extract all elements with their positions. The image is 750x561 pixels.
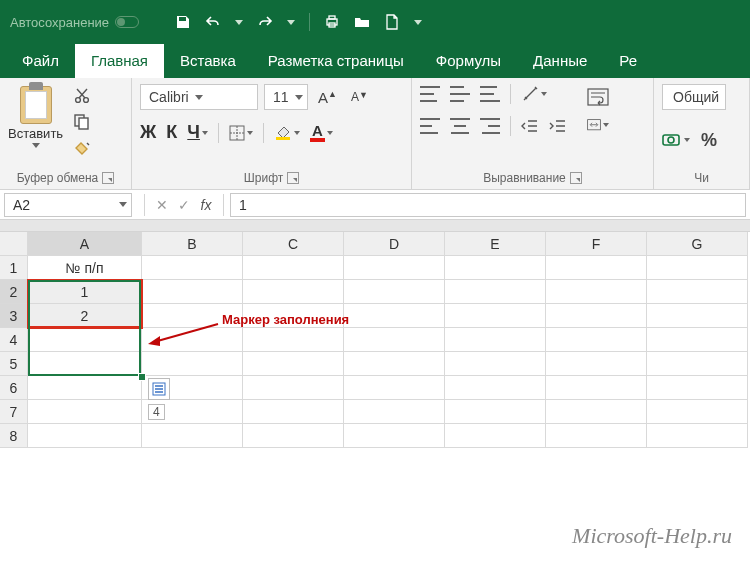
cell[interactable]: [546, 304, 647, 328]
formula-input[interactable]: 1: [230, 193, 746, 217]
insert-function-button[interactable]: fx: [195, 197, 217, 213]
font-size-combo[interactable]: 11: [264, 84, 308, 110]
cell[interactable]: [28, 328, 142, 352]
cell[interactable]: [28, 376, 142, 400]
row-header-8[interactable]: 8: [0, 424, 28, 448]
tab-insert[interactable]: Вставка: [164, 44, 252, 78]
cell[interactable]: [142, 280, 243, 304]
cell[interactable]: [344, 280, 445, 304]
cell[interactable]: [344, 304, 445, 328]
cell[interactable]: [243, 256, 344, 280]
cell[interactable]: [546, 256, 647, 280]
cell[interactable]: [546, 376, 647, 400]
cell[interactable]: [445, 328, 546, 352]
cancel-formula-button[interactable]: ✕: [151, 197, 173, 213]
fill-handle[interactable]: [138, 373, 146, 381]
percent-button[interactable]: %: [698, 130, 720, 150]
select-all-corner[interactable]: [0, 232, 28, 256]
borders-button[interactable]: [229, 125, 253, 141]
autosave-toggle[interactable]: Автосохранение: [10, 15, 139, 30]
quick-print-icon[interactable]: [324, 14, 340, 30]
redo-dropdown-icon[interactable]: [287, 20, 295, 25]
tab-file[interactable]: Файл: [6, 44, 75, 78]
cell[interactable]: [28, 400, 142, 424]
alignment-launcher-icon[interactable]: [570, 172, 582, 184]
col-header-f[interactable]: F: [546, 232, 647, 256]
align-left-button[interactable]: [420, 118, 440, 134]
cell-a1[interactable]: № п/п: [28, 256, 142, 280]
spreadsheet-grid[interactable]: A B C D E F G 1 № п/п 2 1 3 2 4 5 6 7 8: [0, 232, 750, 448]
col-header-e[interactable]: E: [445, 232, 546, 256]
new-icon[interactable]: [384, 14, 400, 30]
col-header-b[interactable]: B: [142, 232, 243, 256]
number-format-combo[interactable]: Общий: [662, 84, 726, 110]
redo-icon[interactable]: [257, 14, 273, 30]
cell[interactable]: [445, 400, 546, 424]
cell[interactable]: [647, 352, 748, 376]
col-header-c[interactable]: C: [243, 232, 344, 256]
undo-icon[interactable]: [205, 14, 221, 30]
cell[interactable]: [647, 328, 748, 352]
qat-customize-icon[interactable]: [414, 20, 422, 25]
copy-button[interactable]: [71, 112, 93, 132]
wrap-text-button[interactable]: [587, 88, 609, 106]
cell[interactable]: [647, 424, 748, 448]
cell[interactable]: [647, 256, 748, 280]
open-icon[interactable]: [354, 14, 370, 30]
accounting-format-button[interactable]: [662, 130, 690, 150]
cell[interactable]: [445, 280, 546, 304]
bold-button[interactable]: Ж: [140, 122, 156, 143]
cell[interactable]: [647, 304, 748, 328]
tab-formulas[interactable]: Формулы: [420, 44, 517, 78]
orientation-button[interactable]: [521, 85, 547, 103]
row-header-7[interactable]: 7: [0, 400, 28, 424]
cell[interactable]: [344, 256, 445, 280]
name-box[interactable]: A2: [4, 193, 132, 217]
cell[interactable]: [445, 256, 546, 280]
tab-page-layout[interactable]: Разметка страницы: [252, 44, 420, 78]
increase-indent-button[interactable]: [549, 118, 567, 134]
cell[interactable]: [445, 376, 546, 400]
cell[interactable]: [647, 400, 748, 424]
clipboard-launcher-icon[interactable]: [102, 172, 114, 184]
cell[interactable]: [445, 304, 546, 328]
tab-home[interactable]: Главная: [75, 44, 164, 78]
row-header-2[interactable]: 2: [0, 280, 28, 304]
italic-button[interactable]: К: [166, 122, 177, 143]
save-icon[interactable]: [175, 14, 191, 30]
row-header-3[interactable]: 3: [0, 304, 28, 328]
cell-a2[interactable]: 1: [28, 280, 142, 304]
cell[interactable]: [647, 280, 748, 304]
cell[interactable]: [243, 376, 344, 400]
font-name-combo[interactable]: Calibri: [140, 84, 258, 110]
cell[interactable]: [28, 352, 142, 376]
row-header-1[interactable]: 1: [0, 256, 28, 280]
col-header-d[interactable]: D: [344, 232, 445, 256]
cell[interactable]: [647, 376, 748, 400]
row-header-4[interactable]: 4: [0, 328, 28, 352]
format-painter-button[interactable]: [71, 138, 93, 158]
cell[interactable]: [445, 352, 546, 376]
cell[interactable]: [142, 352, 243, 376]
decrease-indent-button[interactable]: [521, 118, 539, 134]
cell[interactable]: [344, 400, 445, 424]
cut-button[interactable]: [71, 86, 93, 106]
cell[interactable]: [344, 328, 445, 352]
shrink-font-button[interactable]: A▼: [347, 90, 372, 104]
align-top-button[interactable]: [420, 86, 440, 102]
cell[interactable]: [243, 400, 344, 424]
cell[interactable]: [344, 352, 445, 376]
cell[interactable]: [142, 256, 243, 280]
cell[interactable]: [546, 280, 647, 304]
col-header-g[interactable]: G: [647, 232, 748, 256]
cell[interactable]: [142, 424, 243, 448]
cell[interactable]: [28, 424, 142, 448]
row-header-6[interactable]: 6: [0, 376, 28, 400]
cell[interactable]: [243, 424, 344, 448]
cell[interactable]: [546, 328, 647, 352]
underline-button[interactable]: Ч: [187, 122, 208, 143]
paste-button[interactable]: Вставить: [8, 84, 63, 148]
enter-formula-button[interactable]: ✓: [173, 197, 195, 213]
cell[interactable]: [344, 376, 445, 400]
merge-center-button[interactable]: [587, 116, 609, 134]
